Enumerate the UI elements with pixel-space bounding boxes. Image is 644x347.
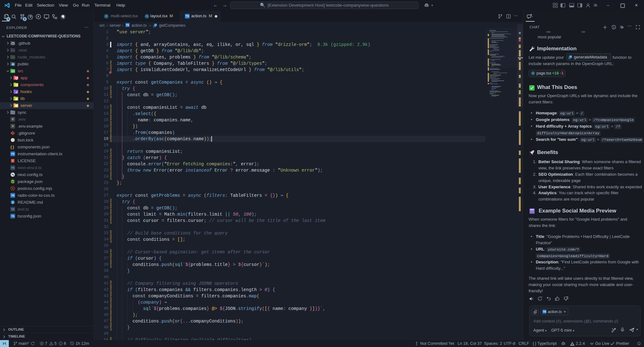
svg-text:npm: npm xyxy=(11,180,15,183)
svg-text:i: i xyxy=(12,201,13,204)
